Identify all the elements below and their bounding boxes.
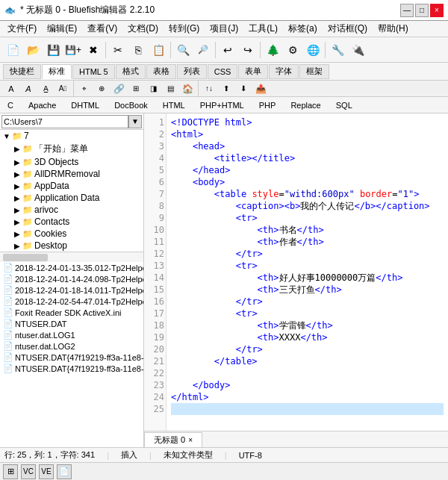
tree-file-3[interactable]: 📄 2018-12-24-01-18-14.011-Tp2Helpe... (0, 284, 143, 296)
menu-file[interactable]: 文件(F) (3, 21, 41, 37)
tree-file-5[interactable]: 📄 Foxit Reader SDK ActiveX.ini (0, 307, 143, 318)
bottom-icon-1[interactable]: ⊞ (3, 464, 18, 479)
redo-button[interactable]: ↪ (238, 40, 258, 60)
html-btn-12[interactable]: ↑↓ (201, 81, 217, 96)
html-btn-14[interactable]: ⬇ (235, 81, 252, 96)
tree-item-applicationdata[interactable]: ▶ 📁 Application Data (0, 192, 143, 204)
code-editor[interactable]: <!DOCTYPE html> <html> <head> <title></t… (167, 113, 448, 431)
tabsbar: 快捷栏 标准 HTML 5 格式 表格 列表 CSS 表单 字体 框架 (0, 63, 448, 81)
tab-font[interactable]: 字体 (269, 64, 299, 79)
tree-item-alldrm[interactable]: ▶ 📁 AllDRMRemoval (0, 168, 143, 180)
tools-button[interactable]: 🔧 (328, 40, 347, 60)
menu-project[interactable]: 项目(J) (205, 21, 243, 37)
tab-html5[interactable]: HTML 5 (72, 64, 115, 79)
tree-file-1[interactable]: 📄 2018-12-24-01-13-35.012-Tp2Helpe... (0, 262, 143, 273)
bottom-icon-file[interactable]: 📄 (57, 464, 72, 479)
filetree-button[interactable]: 🌲 (263, 40, 282, 60)
html-btn-9[interactable]: ◨ (145, 81, 161, 96)
menu-edit[interactable]: 编辑(E) (43, 21, 81, 37)
html-btn-15[interactable]: 📤 (252, 81, 269, 96)
find-button[interactable]: 🔍 (173, 40, 193, 60)
filter-c[interactable]: C (3, 100, 18, 110)
html-btn-5[interactable]: ⌖ (76, 81, 93, 96)
paste-button[interactable]: 📋 (149, 40, 168, 60)
tree-item-cookies[interactable]: ▶ 📁 Cookies (0, 228, 143, 240)
tree-file-4[interactable]: 📄 2018-12-24-02-54-47.014-Tp2Helpe... (0, 296, 143, 307)
copy-button[interactable]: ⎘ (128, 40, 148, 60)
html-btn-4[interactable]: A⃝ (55, 81, 71, 96)
tree-file-ntuser-log2[interactable]: 📄 ntuser.dat.LOG2 (0, 340, 143, 352)
filter-dhtml[interactable]: DHTML (66, 100, 104, 110)
menu-view[interactable]: 查看(V) (83, 21, 122, 37)
filter-sql[interactable]: SQL (332, 100, 357, 110)
menu-tags[interactable]: 标签(a) (284, 21, 322, 37)
menu-tools[interactable]: 工具(L) (244, 21, 282, 37)
tree-item-appdata[interactable]: ▶ 📁 AppData (0, 180, 143, 192)
tab-frame[interactable]: 框架 (299, 64, 329, 79)
open-button[interactable]: 📂 (23, 40, 43, 60)
maximize-button[interactable]: □ (415, 4, 429, 17)
delete-button[interactable]: ✖ (84, 40, 103, 60)
html-btn-10[interactable]: ▤ (162, 81, 178, 96)
tab-list[interactable]: 列表 (177, 64, 207, 79)
editor-tab-untitled[interactable]: 无标题 0 × (144, 432, 202, 447)
tree-item-root[interactable]: ▼ 📁 7 (0, 130, 143, 142)
tree-item-arivoc[interactable]: ▶ 📁 arivoc (0, 204, 143, 216)
plugin-button[interactable]: 🔌 (348, 40, 367, 60)
tree-path-dropdown[interactable]: ▼ (128, 115, 142, 128)
close-button[interactable]: × (430, 4, 444, 17)
filter-docbook[interactable]: DocBook (110, 100, 152, 110)
tab-form[interactable]: 表单 (238, 64, 268, 79)
tab-standard[interactable]: 标准 (42, 64, 72, 79)
tree-item-3dobjects[interactable]: ▶ 📁 3D Objects (0, 156, 143, 168)
preview-button[interactable]: 🌐 (303, 40, 323, 60)
tree-file-ntuser-dat1[interactable]: 📄 NTUSER.DAT{47f19219-ff3a-11e8-at... (0, 352, 143, 363)
tree-hscrollbar[interactable] (0, 252, 143, 262)
undo-button[interactable]: ↩ (218, 40, 237, 60)
save-as-button[interactable]: 💾+ (63, 40, 83, 60)
menu-goto[interactable]: 转到(G) (164, 21, 204, 37)
tree-item-desktop[interactable]: ▶ 📁 Desktop (0, 240, 143, 252)
tree-file-ntuser-log1[interactable]: 📄 ntuser.dat.LOG1 (0, 329, 143, 340)
tab-css[interactable]: CSS (208, 64, 238, 79)
html-btn-1[interactable]: A (3, 81, 19, 96)
menu-help[interactable]: 帮助(H) (373, 21, 413, 37)
menu-document[interactable]: 文档(D) (123, 21, 163, 37)
minimize-button[interactable]: — (400, 4, 414, 17)
bottom-icon-ve[interactable]: VE (39, 464, 54, 479)
html-btn-2[interactable]: A (20, 81, 37, 96)
tree-file-ntuser[interactable]: 📄 NTUSER.DAT (0, 318, 143, 329)
tree-item-contacts[interactable]: ▶ 📁 Contacts (0, 216, 143, 228)
bottom-icon-vc[interactable]: VC (21, 464, 36, 479)
tree-file-2[interactable]: 📄 2018-12-24-01-14-24.098-Tp2Helpe... (0, 273, 143, 284)
replace-button[interactable]: 🔎 (193, 40, 213, 60)
new-button[interactable]: 📄 (3, 40, 22, 60)
tab-table[interactable]: 表格 (146, 64, 176, 79)
html-btn-13[interactable]: ⬆ (218, 81, 234, 96)
save-button[interactable]: 💾 (43, 40, 63, 60)
filter-phphtml[interactable]: PHP+HTML (196, 100, 249, 110)
filter-replace[interactable]: Replace (286, 100, 325, 110)
tree-file-ntuser-dat2[interactable]: 📄 NTUSER.DAT{47f19219-ff3a-11e8-at... (0, 363, 143, 374)
html-btn-7[interactable]: 🔗 (111, 81, 127, 96)
settings-button[interactable]: ⚙ (283, 40, 302, 60)
filter-php[interactable]: PHP (255, 100, 281, 110)
filetree-panel: ▼ ▼ 📁 7 ▶ 📁 「开始」菜单 ▶ 📁 3D Objects (0, 113, 144, 447)
cut-button[interactable]: ✂ (108, 40, 128, 60)
html-btn-11[interactable]: 🏠 (179, 81, 196, 96)
tree-item-start-menu[interactable]: ▶ 📁 「开始」菜单 (0, 142, 143, 156)
editor-tab-close[interactable]: × (188, 436, 193, 444)
tree-item-label: AppData (34, 181, 69, 191)
filter-apache[interactable]: Apache (24, 100, 60, 110)
hscrollbar-thumb[interactable] (3, 254, 48, 261)
menu-dialogs[interactable]: 对话框(Q) (323, 21, 372, 37)
html-btn-3[interactable]: A̲ (37, 81, 54, 96)
html-btn-6[interactable]: ⊕ (93, 81, 110, 96)
filter-html[interactable]: HTML (158, 100, 190, 110)
toolbar: 📄 📂 💾 💾+ ✖ ✂ ⎘ 📋 🔍 🔎 ↩ ↪ 🌲 ⚙ 🌐 🔧 🔌 (0, 37, 448, 63)
html-btn-8[interactable]: ⊞ (128, 81, 144, 96)
tab-quickbar[interactable]: 快捷栏 (3, 64, 41, 79)
tree-path-input[interactable] (1, 115, 128, 128)
status-sep3: | (225, 451, 227, 460)
tab-format[interactable]: 格式 (116, 64, 146, 79)
